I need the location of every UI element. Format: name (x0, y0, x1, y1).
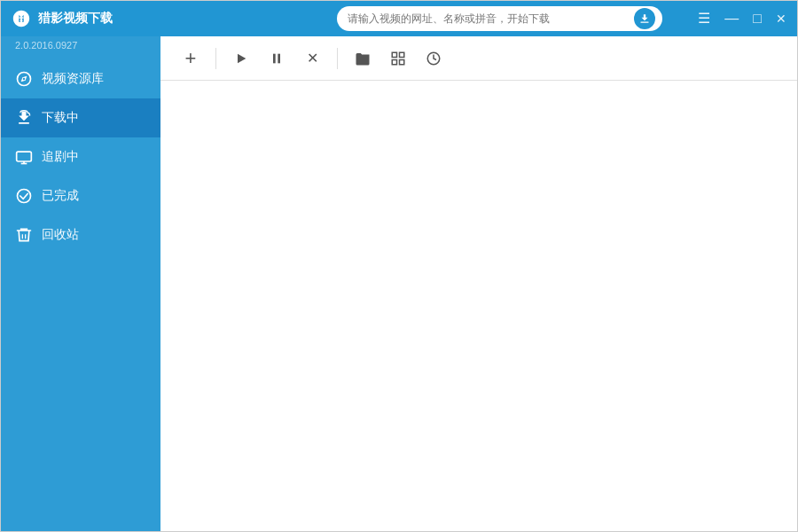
svg-marker-13 (238, 53, 246, 63)
svg-rect-17 (400, 52, 404, 57)
close-button[interactable]: ✕ (776, 12, 786, 25)
sidebar-nav: 视频资源库 下载中 (1, 59, 160, 254)
sidebar-label-completed: 已完成 (42, 188, 79, 204)
add-download-button[interactable]: + (175, 43, 207, 74)
pause-icon (270, 51, 284, 66)
pause-button[interactable] (261, 43, 293, 74)
app-logo-icon (12, 9, 31, 28)
svg-rect-3 (641, 22, 649, 23)
sidebar: 2.0.2016.0927 视频资源库 (1, 36, 160, 531)
grid-icon (390, 51, 406, 66)
tv-icon (15, 148, 33, 166)
sidebar-label-following: 追剧中 (42, 149, 79, 165)
toolbar: + ✕ (160, 36, 797, 81)
title-bar: 猎影视频下载 ☰ — □ ✕ (1, 1, 797, 36)
history-button[interactable] (418, 43, 450, 74)
sidebar-item-completed[interactable]: 已完成 (1, 176, 160, 215)
version-label: 2.0.2016.0927 (1, 36, 160, 59)
title-bar-logo: 猎影视频下载 (12, 9, 319, 28)
folder-icon (355, 51, 371, 66)
svg-rect-18 (392, 59, 396, 64)
search-bar (337, 6, 662, 31)
clock-icon (426, 51, 442, 66)
svg-point-6 (23, 78, 26, 81)
app-title: 猎影视频下载 (38, 11, 113, 27)
search-input[interactable] (348, 12, 634, 25)
svg-point-10 (18, 190, 31, 203)
grid-view-button[interactable] (382, 43, 414, 74)
main-area: 2.0.2016.0927 视频资源库 (1, 36, 797, 531)
trash-icon (15, 226, 33, 244)
sidebar-label-recycle: 回收站 (42, 227, 79, 243)
toolbar-separator-1 (215, 48, 216, 69)
maximize-button[interactable]: □ (753, 12, 762, 26)
app-window: 猎影视频下载 ☰ — □ ✕ 2.0.2016.0927 (0, 0, 798, 532)
check-circle-icon (15, 187, 33, 205)
sidebar-label-downloading: 下载中 (42, 110, 79, 126)
svg-rect-7 (17, 152, 32, 161)
sidebar-label-video-library: 视频资源库 (42, 71, 104, 87)
content-area (160, 81, 797, 531)
window-controls: ☰ — □ ✕ (698, 12, 786, 26)
toolbar-separator-2 (337, 48, 338, 69)
svg-point-1 (19, 17, 20, 19)
svg-rect-15 (278, 53, 280, 63)
delete-button[interactable]: ✕ (296, 43, 328, 74)
download-icon (638, 12, 651, 25)
sidebar-item-downloading[interactable]: 下载中 (1, 98, 160, 137)
svg-point-2 (22, 17, 24, 19)
sidebar-item-recycle[interactable]: 回收站 (1, 215, 160, 254)
compass-icon (15, 70, 33, 88)
play-button[interactable] (225, 43, 257, 74)
search-button[interactable] (634, 8, 655, 29)
svg-rect-19 (400, 59, 404, 64)
sidebar-item-following[interactable]: 追剧中 (1, 137, 160, 176)
cloud-download-icon (15, 109, 33, 127)
play-icon (234, 51, 248, 66)
svg-rect-16 (392, 52, 396, 57)
svg-rect-14 (273, 53, 276, 63)
sidebar-item-video-library[interactable]: 视频资源库 (1, 59, 160, 98)
folder-button[interactable] (347, 43, 379, 74)
right-panel: + ✕ (160, 36, 797, 531)
menu-button[interactable]: ☰ (698, 12, 710, 26)
minimize-button[interactable]: — (724, 12, 739, 26)
